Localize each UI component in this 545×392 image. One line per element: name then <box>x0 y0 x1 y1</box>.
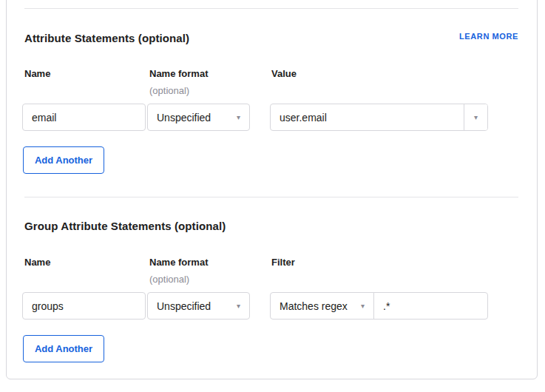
attr-name-format-column-label: Name format <box>149 68 208 79</box>
group-name-format-select[interactable]: Unspecified ▾ <box>147 292 250 320</box>
group-name-format-optional-note: (optional) <box>149 274 189 285</box>
chevron-down-icon: ▾ <box>237 114 240 121</box>
group-filter-value-input[interactable] <box>374 293 487 319</box>
chevron-down-icon: ▾ <box>237 303 240 310</box>
group-attribute-statements-title: Group Attribute Statements (optional) <box>24 220 226 232</box>
chevron-down-icon: ▾ <box>361 303 365 310</box>
attr-add-another-button[interactable]: Add Another <box>23 146 104 174</box>
attr-name-input[interactable] <box>22 104 146 131</box>
attr-name-column-label: Name <box>24 68 50 79</box>
learn-more-link[interactable]: LEARN MORE <box>459 32 518 41</box>
group-name-column-label: Name <box>24 257 50 268</box>
group-add-another-button[interactable]: Add Another <box>23 335 104 362</box>
attr-value-input[interactable] <box>271 104 464 130</box>
attribute-statements-title: Attribute Statements (optional) <box>24 32 189 44</box>
group-filter-type-select[interactable]: Matches regex ▾ <box>271 293 374 319</box>
group-name-input[interactable] <box>22 292 146 320</box>
group-filter-combo: Matches regex ▾ <box>270 292 488 320</box>
group-filter-type-selected-value: Matches regex <box>280 300 348 312</box>
settings-card <box>6 0 538 379</box>
group-name-format-column-label: Name format <box>149 257 208 268</box>
section-divider-top <box>24 8 518 9</box>
attr-name-format-optional-note: (optional) <box>149 85 189 96</box>
attr-value-column-label: Value <box>271 68 297 79</box>
group-name-format-selected-value: Unspecified <box>157 300 211 312</box>
chevron-down-icon: ▾ <box>474 114 478 121</box>
section-divider-middle <box>24 197 518 197</box>
saml-settings-page: Attribute Statements (optional) LEARN MO… <box>0 0 545 392</box>
attr-name-format-select[interactable]: Unspecified ▾ <box>147 104 250 131</box>
group-filter-column-label: Filter <box>271 257 295 268</box>
attr-value-dropdown-toggle[interactable]: ▾ <box>464 104 487 130</box>
attr-name-format-selected-value: Unspecified <box>157 112 211 124</box>
attr-value-combo: ▾ <box>270 104 488 131</box>
